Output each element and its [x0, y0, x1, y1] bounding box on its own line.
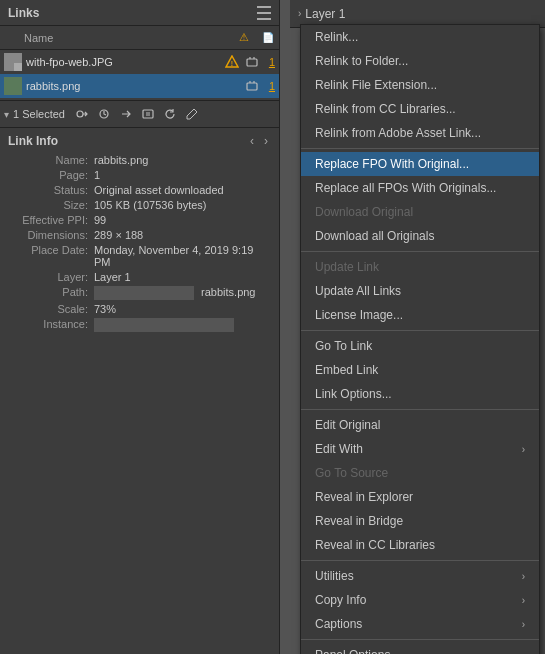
menu-item-label: Replace all FPOs With Originals...	[315, 181, 496, 195]
link-icon	[245, 55, 259, 69]
refresh-button[interactable]	[159, 103, 181, 125]
menu-item[interactable]: Utilities›	[301, 564, 539, 588]
info-row-layer: Layer: Layer 1	[8, 271, 271, 283]
file-row[interactable]: rabbits.png 1	[0, 74, 279, 98]
submenu-arrow-icon: ›	[522, 619, 525, 630]
menu-item[interactable]: Download all Originals	[301, 224, 539, 248]
file-thumbnail	[4, 53, 22, 71]
links-panel: Links Name ⚠ 📄 with-fpo-web.JPG ! 1	[0, 0, 280, 654]
menu-item[interactable]: Edit Original	[301, 413, 539, 437]
menu-divider	[301, 330, 539, 331]
submenu-arrow-icon: ›	[522, 595, 525, 606]
menu-item[interactable]: Replace all FPOs With Originals...	[301, 176, 539, 200]
edit-original-button[interactable]	[181, 103, 203, 125]
menu-divider	[301, 639, 539, 640]
link-icon	[245, 79, 259, 93]
links-tab[interactable]: Links	[8, 6, 39, 20]
menu-item[interactable]: Relink File Extension...	[301, 73, 539, 97]
menu-item[interactable]: Replace FPO With Original...	[301, 152, 539, 176]
menu-item-label: Copy Info	[315, 593, 366, 607]
menu-item-label: Reveal in Bridge	[315, 514, 403, 528]
menu-item[interactable]: Update All Links	[301, 279, 539, 303]
path-value: rabbits.png	[94, 286, 271, 300]
scale-label: Scale:	[8, 303, 88, 315]
info-row-dimensions: Dimensions: 289 × 188	[8, 229, 271, 241]
embed-link-button[interactable]	[137, 103, 159, 125]
next-link-button[interactable]: ›	[261, 134, 271, 148]
menu-item[interactable]: Edit With›	[301, 437, 539, 461]
instance-bar	[94, 318, 234, 332]
page-value: 1	[94, 169, 271, 181]
menu-item[interactable]: Reveal in Bridge	[301, 509, 539, 533]
ppi-value: 99	[94, 214, 271, 226]
col-name-header: Name	[4, 32, 237, 44]
file-name: rabbits.png	[26, 80, 245, 92]
menu-divider	[301, 560, 539, 561]
info-row-scale: Scale: 73%	[8, 303, 271, 315]
link-info-title: Link Info	[8, 134, 58, 148]
layer-label: Layer:	[8, 271, 88, 283]
menu-item-label: License Image...	[315, 308, 403, 322]
menu-item[interactable]: Reveal in Explorer	[301, 485, 539, 509]
panel-title-bar: Links	[0, 0, 279, 26]
selected-count: ▾ 1 Selected	[4, 108, 65, 120]
menu-item[interactable]: Reveal in CC Libraries	[301, 533, 539, 557]
info-row-path: Path: rabbits.png	[8, 286, 271, 300]
panel-menu-icon[interactable]	[257, 6, 271, 20]
layer-title: Layer 1	[305, 7, 345, 21]
menu-item[interactable]: Copy Info›	[301, 588, 539, 612]
menu-item[interactable]: Relink from Adobe Asset Link...	[301, 121, 539, 145]
update-link-button[interactable]	[93, 103, 115, 125]
menu-item-label: Reveal in Explorer	[315, 490, 413, 504]
submenu-arrow-icon: ›	[522, 571, 525, 582]
name-value: rabbits.png	[94, 154, 271, 166]
menu-item: Download Original	[301, 200, 539, 224]
menu-item-label: Go To Link	[315, 339, 372, 353]
path-bar	[94, 286, 194, 300]
info-row-page: Page: 1	[8, 169, 271, 181]
layer-arrow-icon: ›	[298, 8, 301, 19]
menu-item: Go To Source	[301, 461, 539, 485]
info-row-ppi: Effective PPI: 99	[8, 214, 271, 226]
relink-button[interactable]	[71, 103, 93, 125]
menu-item-label: Relink from Adobe Asset Link...	[315, 126, 481, 140]
col-warning-icon: ⚠	[237, 31, 251, 44]
menu-item[interactable]: Captions›	[301, 612, 539, 636]
menu-divider	[301, 409, 539, 410]
menu-item[interactable]: Relink to Folder...	[301, 49, 539, 73]
link-info-section: Link Info ‹ › Name: rabbits.png Page: 1 …	[0, 128, 279, 341]
go-to-link-button[interactable]	[115, 103, 137, 125]
menu-item-label: Relink to Folder...	[315, 54, 408, 68]
menu-item[interactable]: Relink from CC Libraries...	[301, 97, 539, 121]
chevron-icon: ▾	[4, 109, 9, 120]
menu-item-label: Relink...	[315, 30, 358, 44]
menu-item[interactable]: Go To Link	[301, 334, 539, 358]
menu-item-label: Panel Options...	[315, 648, 400, 654]
link-info-nav: ‹ ›	[247, 134, 271, 148]
menu-item[interactable]: License Image...	[301, 303, 539, 327]
file-row[interactable]: with-fpo-web.JPG ! 1	[0, 50, 279, 74]
file-name: with-fpo-web.JPG	[26, 56, 225, 68]
menu-item[interactable]: Panel Options...	[301, 643, 539, 654]
instance-label: Instance:	[8, 318, 88, 332]
menu-item[interactable]: Embed Link	[301, 358, 539, 382]
menu-item-label: Update Link	[315, 260, 379, 274]
menu-item-label: Link Options...	[315, 387, 392, 401]
prev-link-button[interactable]: ‹	[247, 134, 257, 148]
svg-rect-10	[143, 110, 153, 118]
menu-item-label: Utilities	[315, 569, 354, 583]
menu-item-label: Edit With	[315, 442, 363, 456]
menu-item-label: Relink from CC Libraries...	[315, 102, 456, 116]
menu-item[interactable]: Link Options...	[301, 382, 539, 406]
menu-divider	[301, 148, 539, 149]
menu-item-label: Embed Link	[315, 363, 378, 377]
col-link-icon: 📄	[261, 32, 275, 43]
scale-value: 73%	[94, 303, 271, 315]
status-value: Original asset downloaded	[94, 184, 271, 196]
svg-text:!: !	[231, 60, 233, 67]
status-label: Status:	[8, 184, 88, 196]
column-headers: Name ⚠ 📄	[0, 26, 279, 50]
svg-rect-2	[247, 59, 257, 66]
menu-item[interactable]: Relink...	[301, 25, 539, 49]
file-page-number: 1	[269, 56, 275, 68]
